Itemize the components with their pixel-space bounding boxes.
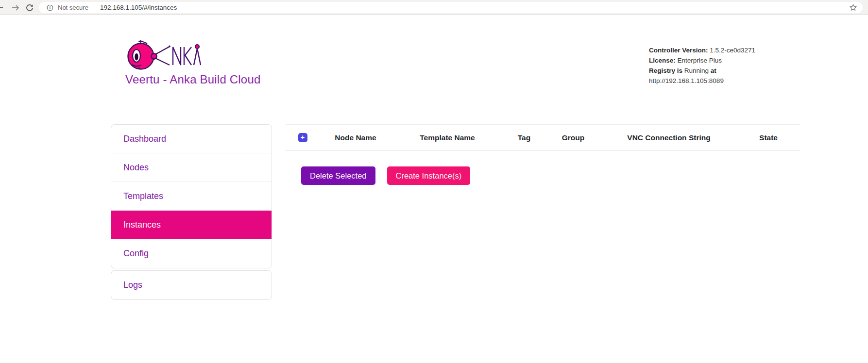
sidebar-item-nodes[interactable]: Nodes xyxy=(111,153,272,182)
bookmark-star-icon[interactable] xyxy=(849,3,857,12)
controller-version-line: Controller Version: 1.5.2-ce0d3271 xyxy=(649,45,755,55)
column-header-node-name: Node Name xyxy=(319,133,392,142)
sidebar-item-instances[interactable]: Instances xyxy=(111,211,272,239)
security-label: Not secure xyxy=(58,4,88,11)
browser-toolbar: Not secure 192.168.1.105/#/instances xyxy=(0,0,868,15)
registry-at-label: at xyxy=(711,67,716,74)
instances-table: + Node Name Template Name Tag Group VNC … xyxy=(286,124,800,151)
sidebar-main-card: Dashboard Nodes Templates Instances Conf… xyxy=(111,124,272,268)
instances-page: Veertu - Anka Build Cloud Controller Ver… xyxy=(0,15,868,363)
sidebar-nav: Dashboard Nodes Templates Instances Conf… xyxy=(111,124,272,300)
column-header-group: Group xyxy=(545,133,601,142)
forward-icon[interactable] xyxy=(11,3,20,12)
url-text[interactable]: 192.168.1.105/#/instances xyxy=(100,4,177,11)
column-header-vnc-connection-string: VNC Connection String xyxy=(601,133,737,142)
sidebar-item-logs[interactable]: Logs xyxy=(111,271,272,299)
page-title: Veertu - Anka Build Cloud xyxy=(125,73,261,86)
column-header-template-name: Template Name xyxy=(392,133,503,142)
sidebar-item-templates[interactable]: Templates xyxy=(111,182,272,211)
controller-version-value: 1.5.2-ce0d3271 xyxy=(710,47,755,54)
back-icon[interactable] xyxy=(0,3,4,12)
registry-line: Registry is Running at xyxy=(649,66,755,76)
address-bar[interactable]: Not secure 192.168.1.105/#/instances xyxy=(39,2,863,13)
info-circle-icon[interactable] xyxy=(47,4,53,11)
sidebar-item-config[interactable]: Config xyxy=(111,239,272,268)
registry-url-line: http://192.168.1.105:8089 xyxy=(649,76,755,86)
controller-info: Controller Version: 1.5.2-ce0d3271 Licen… xyxy=(649,45,755,86)
column-header-tag: Tag xyxy=(503,133,545,142)
reload-icon[interactable] xyxy=(26,4,34,12)
registry-url: http://192.168.1.105:8089 xyxy=(649,77,724,84)
select-all-cell: + xyxy=(286,133,319,142)
registry-label: Registry is xyxy=(649,67,682,74)
controller-version-label: Controller Version: xyxy=(649,47,708,54)
sidebar-item-dashboard[interactable]: Dashboard xyxy=(111,125,272,153)
table-header-row: + Node Name Template Name Tag Group VNC … xyxy=(286,124,800,151)
address-separator xyxy=(94,4,94,11)
registry-status: Running xyxy=(684,67,709,74)
sidebar-logs-card: Logs xyxy=(111,270,272,300)
delete-selected-button[interactable]: Delete Selected xyxy=(301,166,375,185)
create-instances-button[interactable]: Create Instance(s) xyxy=(387,166,471,185)
table-actions: Delete Selected Create Instance(s) xyxy=(301,166,470,185)
license-label: License: xyxy=(649,57,676,64)
select-all-plus-icon[interactable]: + xyxy=(298,133,307,142)
license-line: License: Enterprise Plus xyxy=(649,55,755,66)
license-value: Enterprise Plus xyxy=(678,57,722,64)
column-header-state: State xyxy=(737,133,800,142)
anka-logo xyxy=(126,40,202,72)
